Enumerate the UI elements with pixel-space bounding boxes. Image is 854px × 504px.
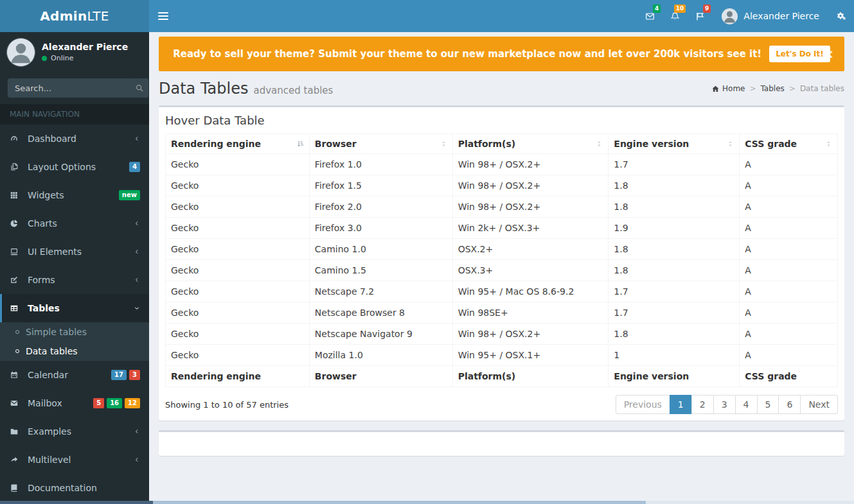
- sidebar-link-ui-elements[interactable]: UI Elements: [0, 238, 149, 266]
- breadcrumb-tables[interactable]: Tables: [761, 84, 785, 93]
- pagination-page-3-link[interactable]: 3: [713, 395, 736, 414]
- table-footer: Showing 1 to 10 of 57 entries Previous12…: [165, 395, 838, 414]
- sidebar-link-dashboard[interactable]: Dashboard: [0, 125, 149, 153]
- table-row[interactable]: GeckoMozilla 1.0Win 95+ / OSX.1+1A: [166, 345, 838, 366]
- table-cell: 1.7: [609, 154, 740, 175]
- sidebar-badge: 3: [129, 370, 140, 380]
- table-row[interactable]: GeckoFirefox 1.0Win 98+ / OSX.2+1.7A: [166, 154, 838, 175]
- bell-menu[interactable]: 10: [663, 0, 688, 32]
- user-menu[interactable]: Alexander Pierce: [713, 0, 828, 32]
- angle-left-icon: [134, 135, 140, 142]
- sidebar-link-multilevel[interactable]: Multilevel: [0, 446, 149, 474]
- sidebar-link-tables[interactable]: Tables: [0, 294, 149, 322]
- submenu-link-simple-tables[interactable]: Simple tables: [0, 322, 149, 342]
- sidebar-badge: 5: [93, 398, 104, 408]
- breadcrumb: Home > Tables > Data tables: [711, 84, 844, 93]
- sidebar-link-documentation[interactable]: Documentation: [0, 474, 149, 502]
- share-icon: [10, 455, 19, 464]
- envelope-icon: [10, 399, 19, 408]
- sidebar-toggle-button[interactable]: [149, 0, 177, 32]
- table-row[interactable]: GeckoFirefox 1.5Win 98+ / OSX.2+1.8A: [166, 175, 838, 196]
- sidebar-link-forms[interactable]: Forms: [0, 266, 149, 294]
- search-button[interactable]: [131, 78, 148, 98]
- pagination-page-2-link[interactable]: 2: [691, 395, 714, 414]
- table-cell: Win 98SE+: [452, 302, 609, 324]
- banner-text: Ready to sell your theme? Submit your th…: [173, 48, 761, 60]
- sidebar-link-layout-options[interactable]: Layout Options4: [0, 153, 149, 181]
- angle-down-icon: [134, 305, 140, 311]
- column-header-css-grade[interactable]: CSS grade: [740, 134, 838, 154]
- sidebar-link-mailbox[interactable]: Mailbox51612: [0, 389, 149, 417]
- marketplace-banner: Ready to sell your theme? Submit your th…: [159, 37, 844, 71]
- table-row[interactable]: GeckoNetscape 7.2Win 95+ / Mac OS 8.6-9.…: [166, 281, 838, 302]
- sidebar-search-form: [8, 78, 141, 98]
- circle-o-icon: [14, 348, 21, 354]
- submenu-link-data-tables[interactable]: Data tables: [0, 342, 149, 361]
- table-cell: 1.8: [609, 239, 740, 260]
- banner-close-icon[interactable]: ×: [823, 48, 834, 60]
- circle-o-icon: [14, 329, 21, 335]
- table-cell: Gecko: [166, 196, 310, 218]
- table-cell: A: [740, 302, 838, 324]
- sidebar-link-charts[interactable]: Charts: [0, 209, 149, 238]
- envelope-menu[interactable]: 4: [637, 0, 663, 32]
- sidebar-item-label: UI Elements: [28, 245, 134, 258]
- table-cell: Gecko: [166, 324, 310, 345]
- sidebar-user-status[interactable]: Online: [42, 54, 128, 62]
- sidebar-link-widgets[interactable]: Widgetsnew: [0, 181, 149, 209]
- table-cell: A: [740, 239, 838, 260]
- settings-button[interactable]: [828, 0, 854, 32]
- sidebar-user-status-label: Online: [51, 54, 73, 62]
- table-cell: Netscape Browser 8: [309, 302, 452, 324]
- navbar-notifications: 4109: [637, 0, 713, 32]
- table-row[interactable]: GeckoNetscape Navigator 9Win 98+ / OSX.2…: [166, 324, 838, 345]
- table-cell: Win 98+ / OSX.2+: [452, 324, 609, 345]
- column-header-rendering-engine[interactable]: Rendering engine: [166, 134, 310, 154]
- table-row[interactable]: GeckoNetscape Browser 8Win 98SE+1.7A: [166, 302, 838, 324]
- table-row[interactable]: GeckoCamino 1.5OSX.3+1.8A: [166, 260, 838, 281]
- pagination-page-6-link[interactable]: 6: [778, 395, 801, 414]
- table-cell: 1.8: [609, 324, 740, 345]
- sidebar-badge: 12: [125, 398, 140, 408]
- sidebar-item-label: Documentation: [28, 482, 140, 494]
- table-cell: 1.8: [609, 196, 740, 218]
- table-cell: 1.7: [609, 281, 740, 302]
- pagination-previous: Previous: [616, 395, 670, 414]
- sort-icon: [824, 140, 833, 148]
- table-cell: Netscape 7.2: [309, 281, 452, 302]
- submenu-item-label: Data tables: [26, 345, 78, 358]
- horizontal-scrollbar[interactable]: [0, 501, 854, 504]
- breadcrumb-current: Data tables: [800, 84, 844, 93]
- breadcrumb-home[interactable]: Home: [711, 84, 745, 93]
- table-row[interactable]: GeckoFirefox 2.0Win 98+ / OSX.2+1.8A: [166, 196, 838, 218]
- column-header-platform-s-[interactable]: Platform(s): [452, 134, 609, 154]
- pagination-page-4-link[interactable]: 4: [735, 395, 758, 414]
- sidebar-link-examples[interactable]: Examples: [0, 417, 149, 446]
- pagination-previous-link[interactable]: Previous: [616, 395, 670, 414]
- lets-do-it-button[interactable]: Let's Do It!: [769, 46, 830, 62]
- column-header-engine-version[interactable]: Engine version: [609, 134, 740, 154]
- home-icon: [711, 85, 720, 93]
- laptop-icon: [10, 247, 19, 256]
- pagination-next: Next: [801, 395, 838, 414]
- angle-left-icon: [134, 248, 140, 255]
- app-logo[interactable]: AdminLTE: [0, 0, 149, 32]
- sidebar-item-charts: Charts: [0, 209, 149, 238]
- pagination-page-5-link[interactable]: 5: [757, 395, 779, 414]
- table-cell: Gecko: [166, 175, 310, 196]
- table-cell: Win 98+ / OSX.2+: [452, 196, 609, 218]
- column-header-browser[interactable]: Browser: [309, 134, 452, 154]
- table-icon: [10, 304, 19, 313]
- flag-menu[interactable]: 9: [688, 0, 713, 32]
- search-input[interactable]: [8, 78, 131, 98]
- pagination-page-6: 6: [779, 395, 801, 414]
- table-row[interactable]: GeckoFirefox 3.0Win 2k+ / OSX.3+1.9A: [166, 218, 838, 239]
- pagination-page-1-link[interactable]: 1: [670, 395, 692, 414]
- table-cell: Firefox 2.0: [309, 196, 452, 218]
- pagination-page-1: 1: [670, 395, 692, 414]
- sidebar-link-calendar[interactable]: Calendar173: [0, 361, 149, 389]
- sidebar-item-label: Widgets: [28, 189, 119, 202]
- pagination-next-link[interactable]: Next: [800, 395, 838, 414]
- table-row[interactable]: GeckoCamino 1.0OSX.2+1.8A: [166, 239, 838, 260]
- angle-left-icon: [134, 456, 140, 463]
